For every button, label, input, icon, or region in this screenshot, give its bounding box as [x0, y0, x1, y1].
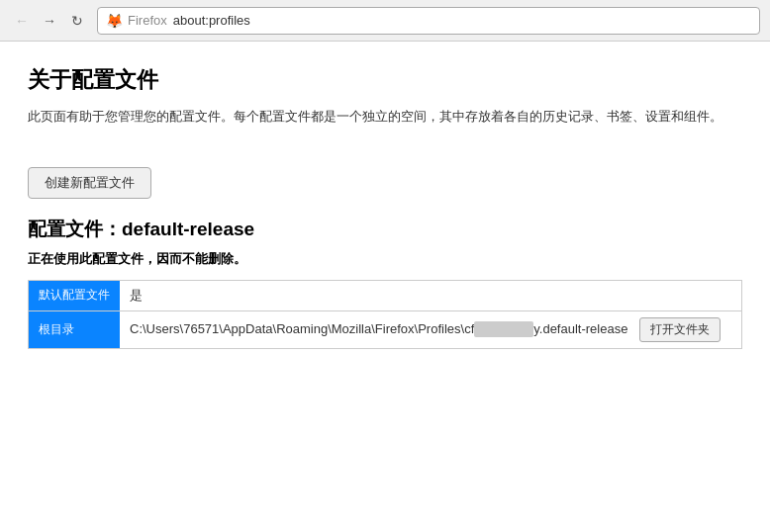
address-text: Firefox about:profiles — [128, 13, 250, 28]
reload-button[interactable]: ↻ — [65, 9, 89, 33]
forward-button[interactable]: → — [38, 9, 61, 33]
table-row: 默认配置文件 是 — [29, 280, 742, 310]
profile-name-heading: 配置文件：default-release — [28, 217, 742, 242]
create-profile-button[interactable]: 创建新配置文件 — [28, 167, 151, 199]
address-bar[interactable]: 🦊 Firefox about:profiles — [97, 7, 760, 35]
firefox-icon: 🦊 — [106, 13, 122, 29]
table-value-default: 是 — [120, 280, 742, 310]
table-label-default: 默认配置文件 — [29, 280, 121, 310]
browser-name-label: Firefox — [128, 13, 167, 28]
table-value-rootdir: C:\Users\76571\AppData\Roaming\Mozilla\F… — [120, 310, 742, 348]
browser-chrome: ← → ↻ 🦊 Firefox about:profiles — [0, 0, 770, 42]
path-suffix: y.default-release — [533, 321, 627, 336]
profile-table: 默认配置文件 是 根目录 C:\Users\76571\AppData\Roam… — [28, 280, 742, 349]
page-content: 关于配置文件 此页面有助于您管理您的配置文件。每个配置文件都是一个独立的空间，其… — [0, 42, 770, 532]
page-title: 关于配置文件 — [28, 65, 742, 95]
page-description: 此页面有助于您管理您的配置文件。每个配置文件都是一个独立的空间，其中存放着各自的… — [28, 107, 742, 128]
table-label-rootdir: 根目录 — [29, 310, 121, 348]
path-text: C:\Users\76571\AppData\Roaming\Mozilla\F… — [130, 321, 474, 336]
table-row: 根目录 C:\Users\76571\AppData\Roaming\Mozil… — [29, 310, 742, 348]
path-blurred — [474, 321, 533, 337]
profile-status: 正在使用此配置文件，因而不能删除。 — [28, 250, 742, 268]
open-folder-button[interactable]: 打开文件夹 — [639, 317, 721, 342]
address-url-label: about:profiles — [173, 13, 250, 28]
nav-buttons: ← → ↻ — [10, 9, 89, 33]
back-button[interactable]: ← — [10, 9, 34, 33]
